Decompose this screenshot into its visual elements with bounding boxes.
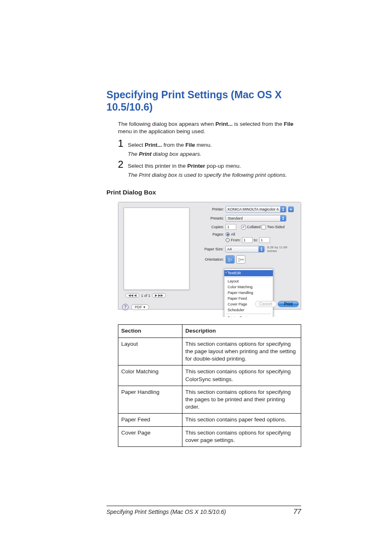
step2-pre: Select this printer in the [128,163,187,169]
presets-select[interactable]: Standard ▲▼ [226,215,286,222]
intro-mid: is selected from the [233,121,284,127]
orientation-label: Orientation: [203,257,226,261]
collapse-button[interactable]: ▲ [288,206,294,212]
menu-item-paperfeed[interactable]: Paper Feed [224,296,273,301]
cell-section: Cover Page [118,426,182,446]
pager-back[interactable]: ◀◀ ◀ [125,293,139,298]
footer-page-number: 77 [293,508,301,516]
papersize-value: A4 [227,247,232,251]
presets-value: Standard [228,216,243,220]
printer-value: KONICA MINOLTA magicolor 4… [228,207,282,211]
step1-b2: File [185,142,195,148]
menu-sep [226,277,271,278]
intro-post: menu in the application being used. [118,128,205,134]
papersize-label: Paper Size: [203,247,225,251]
pager-fwd[interactable]: ▶ ▶▶ [152,293,166,298]
print-button[interactable]: Print [278,301,299,307]
cell-desc: This section contains options for specif… [182,365,301,386]
orientation-landscape[interactable]: ▯↦ [236,255,245,264]
cancel-button[interactable]: Cancel [255,301,277,307]
intro-b2: File [284,121,293,127]
page-footer: Specifying Print Settings (Mac OS X 10.5… [106,506,301,516]
collated-label: Collated [247,225,261,229]
cell-section: Layout [118,338,182,365]
step-1: 1 Select Print... from the File menu. [118,138,302,149]
s1sub-b: Print [139,151,152,157]
step-2-text: Select this printer in the Printer pop-u… [128,160,241,170]
th-desc: Description [182,325,301,338]
section-popup-menu[interactable]: TextEdit Layout Color Matching Paper Han… [224,268,273,317]
step-1-num: 1 [118,138,128,149]
from-label: From: [231,238,241,242]
step2-post: pop-up menu. [205,163,241,169]
step1-pre: Select [128,142,145,148]
two-sided-label: Two-Sided [267,225,285,229]
menu-item-scheduler[interactable]: Scheduler [224,307,273,313]
step1-b1: Print... [145,142,162,148]
s1sub-post: dialog box appears. [152,151,202,157]
menu-sep [226,314,271,314]
intro-b1: Print... [215,121,233,127]
step-2: 2 Select this printer in the Printer pop… [118,159,302,170]
menu-item-printerfeatures[interactable]: Printer Features [224,315,273,317]
from-input[interactable]: 1 [242,237,253,243]
two-sided-checkbox[interactable] [261,225,266,229]
step1-mid: from the [162,142,185,148]
presets-label: Presets: [203,216,226,220]
table-header-row: Section Description [118,325,301,338]
step1-post: menu. [195,142,212,148]
pages-label: Pages: [203,232,226,236]
print-dialog: ◀◀ ◀ 1 of 1 ▶ ▶▶ ? PDF ▾ Printer: KONICA… [118,202,301,317]
papersize-select[interactable]: A4 ▲▼ [225,246,265,252]
cell-section: Color Matching [118,365,182,386]
collated-checkbox[interactable]: ✔ [241,225,246,229]
textedit-label: TextEdit [228,271,241,275]
to-input[interactable]: 1 [259,237,270,243]
table-row: Cover Page This section contains options… [118,426,301,446]
menu-item-colormatching[interactable]: Color Matching [224,284,273,290]
step-1-text: Select Print... from the File menu. [128,139,212,149]
preview-pager: ◀◀ ◀ 1 of 1 ▶ ▶▶ [125,293,166,298]
printer-label: Printer: [203,207,226,211]
preview-thumbnail [124,208,189,290]
papersize-dim: 8.26 by 11.69 inches [267,245,297,253]
step2-b: Printer [187,163,205,169]
chevron-updown-icon: ▲▼ [258,246,264,252]
printer-select[interactable]: KONICA MINOLTA magicolor 4… ▲▼ [226,206,286,213]
th-section: Section [118,325,182,338]
table-row: Paper Feed This section contains paper f… [118,414,301,426]
table-row: Color Matching This section contains opt… [118,365,301,386]
table-row: Layout This section contains options for… [118,338,301,365]
step-2-num: 2 [118,159,128,170]
page-heading: Specifying Print Settings (Mac OS X 10.5… [106,88,302,113]
cell-desc: This section contains options for specif… [182,338,301,365]
menu-item-paperhandling[interactable]: Paper Handling [224,290,273,296]
intro-text: The following dialog box appears when Pr… [118,120,302,135]
footer-title: Specifying Print Settings (Mac OS X 10.5… [106,509,226,515]
chevron-updown-icon: ▲▼ [280,206,286,212]
menu-item-textedit[interactable]: TextEdit [224,270,273,276]
chevron-updown-icon: ▲▼ [280,215,286,221]
to-label: to: [254,238,258,242]
cell-desc: This section contains paper feed options… [182,414,301,426]
step-1-sub: The Print dialog box appears. [128,151,302,157]
intro-pre: The following dialog box appears when [118,121,215,127]
pages-from-radio[interactable] [226,238,230,242]
cell-section: Paper Handling [118,386,182,414]
copies-label: Copies: [203,225,226,229]
menu-item-layout[interactable]: Layout [224,278,273,284]
s1sub-pre: The [128,151,139,157]
pages-all-radio[interactable] [226,232,230,236]
copies-input[interactable]: 1 [226,224,236,230]
subheading: Print Dialog Box [106,189,302,196]
table-row: Paper Handling This section contains opt… [118,386,301,414]
pages-all-label: All [231,232,235,236]
orientation-portrait[interactable]: ▯↑ [226,255,235,264]
help-icon[interactable]: ? [122,304,129,310]
pdf-button[interactable]: PDF ▾ [131,304,149,310]
pager-num: 1 of 1 [141,294,150,298]
section-table: Section Description Layout This section … [118,324,301,447]
cell-desc: This section contains options for specif… [182,386,301,414]
cell-section: Paper Feed [118,414,182,426]
step-2-sub: The Print dialog box is used to specify … [128,172,302,178]
